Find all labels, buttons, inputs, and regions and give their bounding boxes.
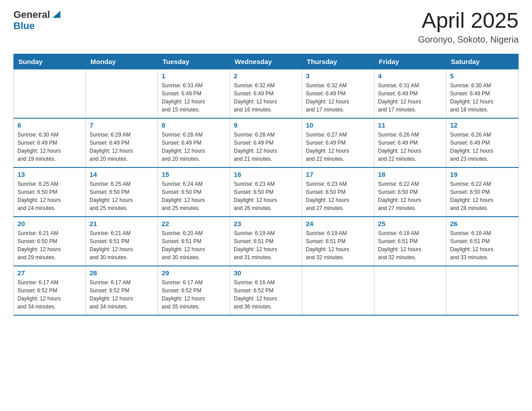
day-number: 8 — [162, 121, 226, 129]
day-number: 1 — [162, 72, 226, 80]
table-row: 12Sunrise: 6:26 AMSunset: 6:49 PMDayligh… — [446, 118, 519, 167]
day-info: Sunrise: 6:18 AMSunset: 6:51 PMDaylight:… — [450, 229, 515, 261]
day-number: 12 — [450, 121, 515, 129]
table-row — [14, 69, 86, 118]
logo-blue-text: Blue — [13, 21, 61, 31]
day-number: 19 — [450, 171, 515, 178]
calendar-week-row: 1Sunrise: 6:33 AMSunset: 6:49 PMDaylight… — [14, 69, 519, 118]
table-row: 22Sunrise: 6:20 AMSunset: 6:51 PMDayligh… — [158, 217, 230, 266]
day-info: Sunrise: 6:28 AMSunset: 6:49 PMDaylight:… — [234, 131, 298, 163]
day-number: 6 — [17, 121, 82, 129]
day-number: 27 — [17, 269, 82, 277]
table-row: 25Sunrise: 6:18 AMSunset: 6:51 PMDayligh… — [374, 217, 446, 266]
day-info: Sunrise: 6:25 AMSunset: 6:50 PMDaylight:… — [17, 180, 82, 212]
page-header: General Blue April 2025 Goronyo, Sokoto,… — [13, 9, 519, 45]
day-number: 10 — [306, 121, 370, 129]
day-number: 2 — [234, 72, 298, 80]
table-row: 4Sunrise: 6:31 AMSunset: 6:49 PMDaylight… — [374, 69, 446, 118]
day-info: Sunrise: 6:18 AMSunset: 6:51 PMDaylight:… — [378, 229, 442, 261]
col-saturday: Saturday — [446, 54, 519, 69]
table-row: 8Sunrise: 6:28 AMSunset: 6:49 PMDaylight… — [158, 118, 230, 167]
day-info: Sunrise: 6:26 AMSunset: 6:49 PMDaylight:… — [378, 131, 442, 163]
day-number: 26 — [450, 220, 515, 227]
table-row: 11Sunrise: 6:26 AMSunset: 6:49 PMDayligh… — [374, 118, 446, 167]
day-number: 13 — [17, 171, 82, 178]
day-number: 5 — [450, 72, 515, 80]
day-number: 15 — [162, 171, 226, 178]
table-row: 26Sunrise: 6:18 AMSunset: 6:51 PMDayligh… — [446, 217, 519, 266]
table-row: 17Sunrise: 6:23 AMSunset: 6:50 PMDayligh… — [302, 167, 374, 217]
logo: General Blue — [13, 9, 61, 31]
day-number: 22 — [162, 220, 226, 227]
table-row: 16Sunrise: 6:23 AMSunset: 6:50 PMDayligh… — [230, 167, 302, 217]
day-info: Sunrise: 6:32 AMSunset: 6:49 PMDaylight:… — [234, 81, 298, 114]
day-number: 14 — [90, 171, 154, 178]
day-info: Sunrise: 6:19 AMSunset: 6:51 PMDaylight:… — [234, 229, 298, 261]
day-info: Sunrise: 6:23 AMSunset: 6:50 PMDaylight:… — [234, 180, 298, 212]
table-row: 27Sunrise: 6:17 AMSunset: 6:52 PMDayligh… — [14, 266, 86, 315]
col-wednesday: Wednesday — [230, 54, 302, 69]
table-row: 23Sunrise: 6:19 AMSunset: 6:51 PMDayligh… — [230, 217, 302, 266]
day-info: Sunrise: 6:17 AMSunset: 6:52 PMDaylight:… — [17, 278, 82, 311]
col-tuesday: Tuesday — [158, 54, 230, 69]
day-info: Sunrise: 6:17 AMSunset: 6:52 PMDaylight:… — [90, 278, 154, 311]
day-number: 24 — [306, 220, 370, 227]
table-row: 9Sunrise: 6:28 AMSunset: 6:49 PMDaylight… — [230, 118, 302, 167]
day-number: 3 — [306, 72, 370, 80]
day-info: Sunrise: 6:33 AMSunset: 6:49 PMDaylight:… — [162, 81, 226, 114]
col-monday: Monday — [86, 54, 158, 69]
day-number: 11 — [378, 121, 442, 129]
table-row: 20Sunrise: 6:21 AMSunset: 6:50 PMDayligh… — [14, 217, 86, 266]
table-row: 29Sunrise: 6:17 AMSunset: 6:52 PMDayligh… — [158, 266, 230, 315]
table-row: 5Sunrise: 6:30 AMSunset: 6:49 PMDaylight… — [446, 69, 519, 118]
calendar-week-row: 20Sunrise: 6:21 AMSunset: 6:50 PMDayligh… — [14, 217, 519, 266]
day-number: 9 — [234, 121, 298, 129]
day-info: Sunrise: 6:22 AMSunset: 6:50 PMDaylight:… — [450, 180, 515, 212]
table-row — [446, 266, 519, 315]
calendar-week-row: 13Sunrise: 6:25 AMSunset: 6:50 PMDayligh… — [14, 167, 519, 217]
day-info: Sunrise: 6:26 AMSunset: 6:49 PMDaylight:… — [450, 131, 515, 163]
calendar-table: Sunday Monday Tuesday Wednesday Thursday… — [13, 54, 519, 316]
table-row: 21Sunrise: 6:21 AMSunset: 6:51 PMDayligh… — [86, 217, 158, 266]
title-block: April 2025 Goronyo, Sokoto, Nigeria — [418, 9, 519, 45]
table-row: 1Sunrise: 6:33 AMSunset: 6:49 PMDaylight… — [158, 69, 230, 118]
table-row — [302, 266, 374, 315]
day-info: Sunrise: 6:21 AMSunset: 6:50 PMDaylight:… — [17, 229, 82, 261]
day-info: Sunrise: 6:16 AMSunset: 6:52 PMDaylight:… — [234, 278, 298, 311]
svg-marker-0 — [52, 11, 60, 18]
table-row: 30Sunrise: 6:16 AMSunset: 6:52 PMDayligh… — [230, 266, 302, 315]
day-info: Sunrise: 6:24 AMSunset: 6:50 PMDaylight:… — [162, 180, 226, 212]
table-row: 13Sunrise: 6:25 AMSunset: 6:50 PMDayligh… — [14, 167, 86, 217]
day-info: Sunrise: 6:23 AMSunset: 6:50 PMDaylight:… — [306, 180, 370, 212]
day-number: 7 — [90, 121, 154, 129]
day-info: Sunrise: 6:29 AMSunset: 6:49 PMDaylight:… — [90, 131, 154, 163]
table-row: 15Sunrise: 6:24 AMSunset: 6:50 PMDayligh… — [158, 167, 230, 217]
day-info: Sunrise: 6:30 AMSunset: 6:49 PMDaylight:… — [450, 81, 515, 114]
day-number: 4 — [378, 72, 442, 80]
page-title: April 2025 — [418, 9, 519, 33]
table-row: 2Sunrise: 6:32 AMSunset: 6:49 PMDaylight… — [230, 69, 302, 118]
table-row: 28Sunrise: 6:17 AMSunset: 6:52 PMDayligh… — [86, 266, 158, 315]
day-info: Sunrise: 6:31 AMSunset: 6:49 PMDaylight:… — [378, 81, 442, 114]
calendar-week-row: 6Sunrise: 6:30 AMSunset: 6:49 PMDaylight… — [14, 118, 519, 167]
day-info: Sunrise: 6:28 AMSunset: 6:49 PMDaylight:… — [162, 131, 226, 163]
calendar-week-row: 27Sunrise: 6:17 AMSunset: 6:52 PMDayligh… — [14, 266, 519, 315]
day-number: 28 — [90, 269, 154, 277]
day-number: 17 — [306, 171, 370, 178]
day-info: Sunrise: 6:32 AMSunset: 6:49 PMDaylight:… — [306, 81, 370, 114]
day-info: Sunrise: 6:19 AMSunset: 6:51 PMDaylight:… — [306, 229, 370, 261]
logo-general-text: General — [13, 9, 50, 20]
table-row: 6Sunrise: 6:30 AMSunset: 6:49 PMDaylight… — [14, 118, 86, 167]
page-subtitle: Goronyo, Sokoto, Nigeria — [418, 34, 519, 45]
day-number: 21 — [90, 220, 154, 227]
col-friday: Friday — [374, 54, 446, 69]
calendar-header-row: Sunday Monday Tuesday Wednesday Thursday… — [14, 54, 519, 69]
logo-triangle-icon — [51, 9, 61, 19]
day-info: Sunrise: 6:22 AMSunset: 6:50 PMDaylight:… — [378, 180, 442, 212]
day-info: Sunrise: 6:27 AMSunset: 6:49 PMDaylight:… — [306, 131, 370, 163]
col-thursday: Thursday — [302, 54, 374, 69]
day-number: 29 — [162, 269, 226, 277]
day-number: 23 — [234, 220, 298, 227]
day-info: Sunrise: 6:30 AMSunset: 6:49 PMDaylight:… — [17, 131, 82, 163]
day-number: 16 — [234, 171, 298, 178]
